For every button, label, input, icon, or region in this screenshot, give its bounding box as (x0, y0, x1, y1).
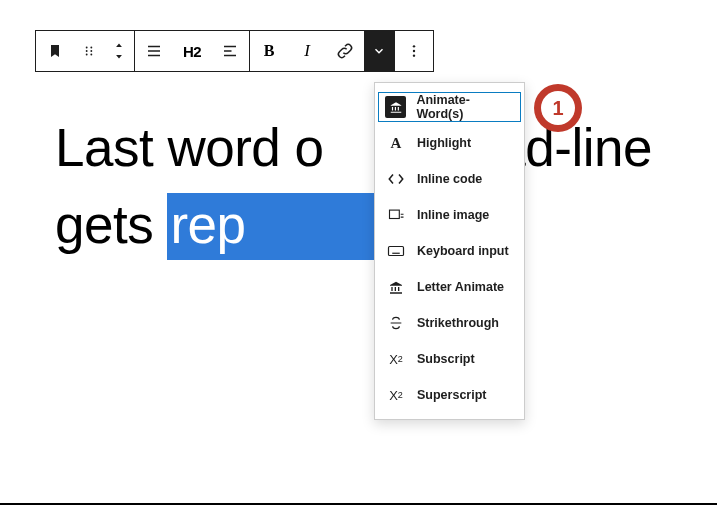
bold-button[interactable]: B (250, 31, 288, 71)
heading-block[interactable]: Last word of the head-line gets rep l. (55, 110, 677, 264)
menu-item-letter-animate[interactable]: Letter Animate (375, 269, 524, 305)
menu-item-label: Highlight (417, 136, 471, 150)
align-icon (145, 42, 163, 60)
menu-item-keyboard[interactable]: Keyboard input (375, 233, 524, 269)
bookmark-icon (47, 43, 63, 59)
svg-point-7 (413, 50, 415, 52)
align-button[interactable] (135, 31, 173, 71)
headline-text-before: Last word o (55, 118, 323, 177)
move-up-down-icon (112, 41, 126, 61)
annotation-callout: 1 (534, 84, 582, 132)
menu-item-label: Subscript (417, 352, 475, 366)
image-icon (385, 204, 407, 226)
bank-outline-icon (385, 276, 407, 298)
highlight-icon: A (385, 132, 407, 154)
menu-item-label: Animate-Word(s) (416, 93, 514, 121)
drag-handle[interactable] (74, 31, 104, 71)
svg-point-2 (86, 50, 88, 52)
text-align-left-icon (221, 42, 239, 60)
subscript-icon: X2 (385, 348, 407, 370)
svg-point-1 (90, 47, 92, 49)
menu-item-inline-code[interactable]: Inline code (375, 161, 524, 197)
menu-item-subscript[interactable]: X2 Subscript (375, 341, 524, 377)
strikethrough-icon (385, 312, 407, 334)
svg-rect-10 (389, 247, 404, 256)
menu-item-label: Inline image (417, 208, 489, 222)
italic-button[interactable]: I (288, 31, 326, 71)
drag-handle-icon (82, 44, 96, 58)
svg-point-5 (90, 54, 92, 56)
menu-item-animate-word[interactable]: Animate-Word(s) (375, 89, 524, 125)
svg-rect-9 (389, 210, 399, 218)
menu-item-strikethrough[interactable]: Strikethrough (375, 305, 524, 341)
chevron-down-icon (372, 44, 386, 58)
menu-item-label: Inline code (417, 172, 482, 186)
block-type-button[interactable] (36, 31, 74, 71)
svg-point-3 (90, 50, 92, 52)
block-toolbar: H2 B I (35, 30, 434, 72)
toolbar-group-format: B I (250, 31, 395, 71)
menu-item-label: Strikethrough (417, 316, 499, 330)
menu-item-inline-image[interactable]: Inline image (375, 197, 524, 233)
menu-item-highlight[interactable]: A Highlight (375, 125, 524, 161)
svg-point-0 (86, 47, 88, 49)
block-options-button[interactable] (395, 31, 433, 71)
link-icon (335, 41, 355, 61)
callout-number: 1 (541, 91, 575, 125)
keyboard-icon (385, 240, 407, 262)
svg-point-8 (413, 54, 415, 56)
menu-item-label: Keyboard input (417, 244, 509, 258)
move-buttons[interactable] (104, 31, 134, 71)
more-vertical-icon (406, 43, 422, 59)
formatting-dropdown: Animate-Word(s) A Highlight Inline code … (374, 82, 525, 420)
toolbar-group-block (36, 31, 135, 71)
code-icon (385, 168, 407, 190)
more-formatting-button[interactable] (364, 31, 394, 71)
superscript-icon: X2 (385, 384, 407, 406)
text-align-button[interactable] (211, 31, 249, 71)
link-button[interactable] (326, 31, 364, 71)
svg-point-6 (413, 45, 415, 47)
menu-item-superscript[interactable]: X2 Superscript (375, 377, 524, 413)
heading-level-button[interactable]: H2 (173, 31, 211, 71)
toolbar-group-align: H2 (135, 31, 250, 71)
selected-text: rep l (167, 193, 402, 260)
menu-item-label: Letter Animate (417, 280, 504, 294)
menu-item-label: Superscript (417, 388, 486, 402)
svg-point-4 (86, 54, 88, 56)
bank-icon (385, 96, 406, 118)
toolbar-group-more (395, 31, 433, 71)
